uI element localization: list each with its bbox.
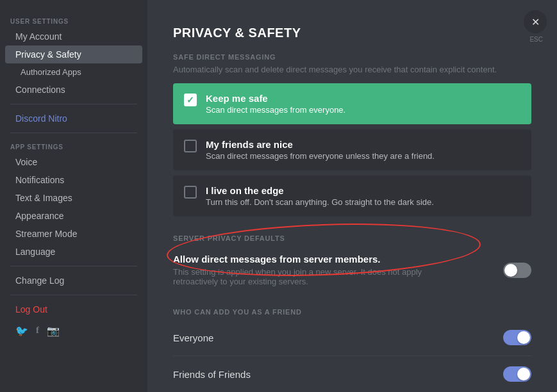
safe-dm-label: SAFE DIRECT MESSAGING	[173, 53, 531, 61]
sidebar-item-log-out[interactable]: Log Out	[5, 300, 142, 318]
facebook-icon[interactable]: f	[36, 325, 39, 337]
sidebar-divider-1	[10, 104, 137, 104]
page-title: PRIVACY & SAFETY	[173, 26, 531, 40]
server-privacy-label: SERVER PRIVACY DEFAULTS	[173, 234, 531, 242]
sidebar-item-authorized-apps[interactable]: Authorized Apps	[5, 63, 142, 81]
main-content: ✕ ESC PRIVACY & SAFETY SAFE DIRECT MESSA…	[147, 0, 557, 392]
dm-option-title-i-live-on-the-edge: I live on the edge	[206, 185, 434, 196]
sidebar-item-appearance[interactable]: Appearance	[5, 207, 142, 225]
dm-option-my-friends-are-nice[interactable]: ✓ My friends are nice Scan direct messag…	[173, 129, 531, 170]
app-settings-label: APP SETTINGS	[0, 138, 147, 153]
who-can-add-section: WHO CAN ADD YOU AS A FRIEND Everyone Fri…	[173, 308, 531, 392]
social-links: 🐦 f 📷	[0, 318, 147, 343]
dm-option-title-keep-me-safe: Keep me safe	[206, 93, 345, 104]
server-privacy-toggle[interactable]	[503, 263, 531, 278]
who-add-label-0: Everyone	[173, 332, 213, 343]
dm-checkbox-i-live-on-the-edge: ✓	[184, 186, 197, 199]
esc-label: ESC	[529, 36, 543, 43]
who-add-row-1: Friends of Friends	[173, 356, 531, 392]
dm-option-subtitle-i-live-on-the-edge: Turn this off. Don't scan anything. Go s…	[206, 197, 434, 207]
dm-options: ✓ Keep me safe Scan direct messages from…	[173, 83, 531, 216]
server-privacy-text: Allow direct messages from server member…	[173, 254, 429, 286]
toggle-knob-1	[517, 368, 530, 380]
sidebar-item-voice[interactable]: Voice	[5, 153, 142, 171]
sidebar-divider-4	[10, 295, 137, 295]
server-privacy-title: Allow direct messages from server member…	[173, 254, 429, 265]
toggle-knob	[504, 264, 517, 277]
server-privacy-section: SERVER PRIVACY DEFAULTS Allow direct mes…	[173, 234, 531, 289]
who-add-rows: Everyone Friends of Friends Server Membe…	[173, 320, 531, 392]
sidebar-item-discord-nitro[interactable]: Discord Nitro	[5, 110, 142, 127]
toggle-knob-0	[517, 331, 530, 344]
dm-checkbox-keep-me-safe: ✓	[184, 94, 197, 106]
sidebar-item-privacy-safety[interactable]: Privacy & Safety	[5, 45, 142, 63]
sidebar-item-connections[interactable]: Connections	[5, 81, 142, 99]
dm-option-title-my-friends-are-nice: My friends are nice	[206, 139, 435, 150]
sidebar-item-streamer-mode[interactable]: Streamer Mode	[5, 225, 142, 243]
dm-checkbox-my-friends-are-nice: ✓	[184, 140, 197, 152]
sidebar-item-change-log[interactable]: Change Log	[5, 272, 142, 290]
dm-option-i-live-on-the-edge[interactable]: ✓ I live on the edge Turn this off. Don'…	[173, 176, 531, 216]
sidebar-item-notifications[interactable]: Notifications	[5, 171, 142, 189]
sidebar-item-language[interactable]: Language	[5, 243, 142, 261]
who-add-toggle-1[interactable]	[503, 366, 531, 382]
dm-option-keep-me-safe[interactable]: ✓ Keep me safe Scan direct messages from…	[173, 83, 531, 124]
server-privacy-desc: This setting is applied when you join a …	[173, 267, 429, 286]
close-button[interactable]: ✕	[524, 10, 547, 33]
sidebar-item-text-images[interactable]: Text & Images	[5, 189, 142, 207]
who-add-row-0: Everyone	[173, 320, 531, 356]
dm-option-subtitle-keep-me-safe: Scan direct messages from everyone.	[206, 105, 345, 115]
sidebar-divider-3	[10, 266, 137, 266]
sidebar-divider-2	[10, 133, 137, 133]
who-add-label: WHO CAN ADD YOU AS A FRIEND	[173, 308, 531, 316]
who-add-label-1: Friends of Friends	[173, 369, 251, 380]
user-settings-label: USER SETTINGS	[0, 13, 147, 28]
twitter-icon[interactable]: 🐦	[15, 325, 28, 337]
instagram-icon[interactable]: 📷	[47, 325, 60, 337]
safe-dm-description: Automatically scan and delete direct mes…	[173, 65, 531, 74]
who-add-toggle-0[interactable]	[503, 330, 531, 345]
server-privacy-row: Allow direct messages from server member…	[173, 246, 531, 289]
sidebar: USER SETTINGS My Account Privacy & Safet…	[0, 0, 147, 392]
dm-option-subtitle-my-friends-are-nice: Scan direct messages from everyone unles…	[206, 151, 435, 161]
sidebar-item-my-account[interactable]: My Account	[5, 28, 142, 45]
